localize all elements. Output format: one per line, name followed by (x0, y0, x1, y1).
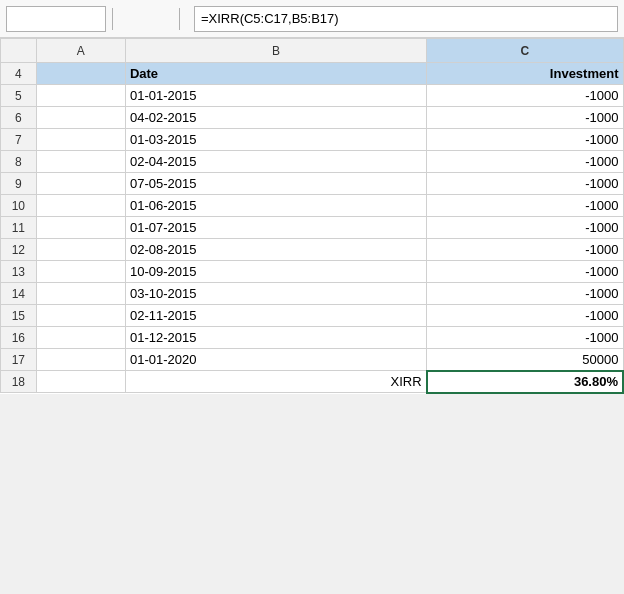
column-headers: A B C (1, 39, 624, 63)
cell[interactable]: 04-02-2015 (125, 107, 426, 129)
cell[interactable] (36, 173, 125, 195)
cell[interactable]: 07-05-2015 (125, 173, 426, 195)
cell[interactable]: -1000 (427, 217, 623, 239)
table-row: 1001-06-2015-1000 (1, 195, 624, 217)
table-row: 802-04-2015-1000 (1, 151, 624, 173)
cell[interactable] (36, 349, 125, 371)
table-row: 501-01-2015-1000 (1, 85, 624, 107)
col-header-c: C (427, 39, 623, 63)
row-number: 5 (1, 85, 37, 107)
cell[interactable] (36, 129, 125, 151)
row-number: 7 (1, 129, 37, 151)
cell[interactable]: XIRR (125, 371, 426, 393)
cell[interactable]: 01-12-2015 (125, 327, 426, 349)
cell[interactable]: -1000 (427, 261, 623, 283)
cell[interactable] (36, 195, 125, 217)
cell[interactable]: Date (125, 63, 426, 85)
cell-name-box[interactable] (6, 6, 106, 32)
col-header-b: B (125, 39, 426, 63)
cell[interactable]: 02-04-2015 (125, 151, 426, 173)
cell[interactable] (36, 261, 125, 283)
cell[interactable] (36, 239, 125, 261)
row-number: 16 (1, 327, 37, 349)
cell[interactable]: Investment (427, 63, 623, 85)
col-header-a: A (36, 39, 125, 63)
cell[interactable]: -1000 (427, 283, 623, 305)
row-number: 14 (1, 283, 37, 305)
cell[interactable]: 01-01-2015 (125, 85, 426, 107)
table-row: 1202-08-2015-1000 (1, 239, 624, 261)
cell[interactable]: -1000 (427, 151, 623, 173)
col-header-row (1, 39, 37, 63)
cell[interactable]: -1000 (427, 85, 623, 107)
row-number: 17 (1, 349, 37, 371)
table-row: 1701-01-202050000 (1, 349, 624, 371)
row-number: 4 (1, 63, 37, 85)
table-row: 701-03-2015-1000 (1, 129, 624, 151)
table-row: 604-02-2015-1000 (1, 107, 624, 129)
row-number: 15 (1, 305, 37, 327)
row-number: 6 (1, 107, 37, 129)
table-row: 907-05-2015-1000 (1, 173, 624, 195)
cell[interactable]: -1000 (427, 239, 623, 261)
row-number: 9 (1, 173, 37, 195)
cell[interactable]: 01-01-2020 (125, 349, 426, 371)
table-row: 4DateInvestment (1, 63, 624, 85)
row-number: 12 (1, 239, 37, 261)
cell[interactable] (36, 305, 125, 327)
formula-separator (112, 8, 113, 30)
cell[interactable] (36, 63, 125, 85)
cell[interactable] (36, 151, 125, 173)
cell[interactable]: -1000 (427, 173, 623, 195)
cell[interactable]: -1000 (427, 107, 623, 129)
table-row: 1310-09-2015-1000 (1, 261, 624, 283)
cell[interactable]: -1000 (427, 327, 623, 349)
cell[interactable]: -1000 (427, 129, 623, 151)
spreadsheet: A B C 4DateInvestment501-01-2015-1000604… (0, 38, 624, 394)
row-number: 11 (1, 217, 37, 239)
cell[interactable] (36, 85, 125, 107)
cell[interactable] (36, 283, 125, 305)
formula-input[interactable] (194, 6, 618, 32)
cell[interactable]: 01-06-2015 (125, 195, 426, 217)
table-row: 1403-10-2015-1000 (1, 283, 624, 305)
cell[interactable]: -1000 (427, 195, 623, 217)
row-number: 13 (1, 261, 37, 283)
cell[interactable]: -1000 (427, 305, 623, 327)
cell[interactable]: 02-08-2015 (125, 239, 426, 261)
table-row: 1502-11-2015-1000 (1, 305, 624, 327)
table-row: 1101-07-2015-1000 (1, 217, 624, 239)
cell[interactable] (36, 327, 125, 349)
cell[interactable]: 03-10-2015 (125, 283, 426, 305)
cell[interactable]: 36.80% (427, 371, 623, 393)
table-row: 18XIRR36.80% (1, 371, 624, 393)
cell[interactable] (36, 217, 125, 239)
formula-bar (0, 0, 624, 38)
row-number: 18 (1, 371, 37, 393)
cell[interactable]: 10-09-2015 (125, 261, 426, 283)
cell[interactable] (36, 107, 125, 129)
row-number: 8 (1, 151, 37, 173)
cell[interactable]: 01-03-2015 (125, 129, 426, 151)
formula-separator2 (179, 8, 180, 30)
row-number: 10 (1, 195, 37, 217)
cell[interactable]: 01-07-2015 (125, 217, 426, 239)
cell[interactable]: 02-11-2015 (125, 305, 426, 327)
cell[interactable] (36, 371, 125, 393)
cell[interactable]: 50000 (427, 349, 623, 371)
table-row: 1601-12-2015-1000 (1, 327, 624, 349)
